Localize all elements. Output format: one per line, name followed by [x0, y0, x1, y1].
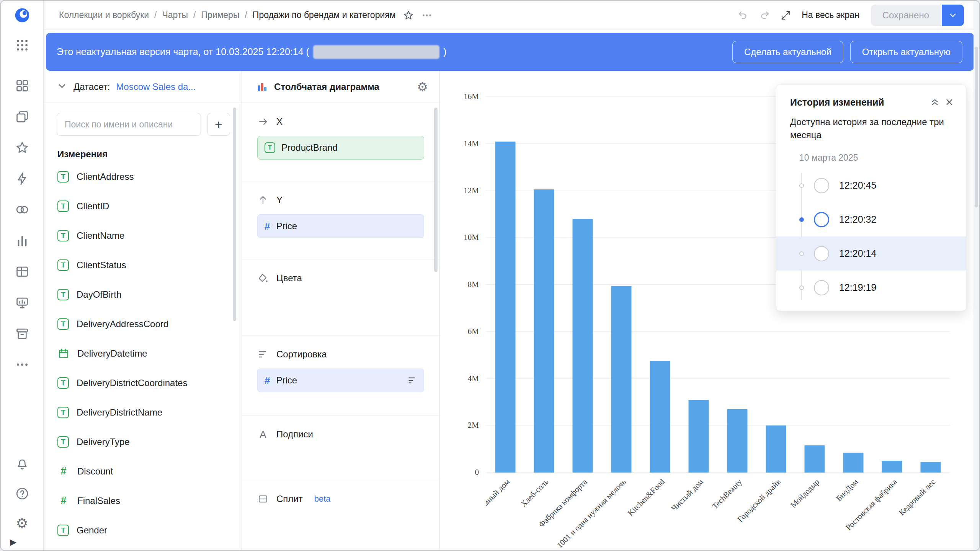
chart-settings-gear-icon[interactable]: ⚙ — [417, 81, 428, 93]
version-time: 12:20:14 — [839, 248, 876, 259]
bar[interactable] — [650, 361, 670, 473]
archive-box-icon[interactable] — [14, 325, 31, 342]
field-item[interactable]: TGender — [44, 515, 242, 545]
gear-icon[interactable]: ⚙ — [14, 515, 31, 532]
x-section-header: X — [257, 111, 424, 132]
layers-icon[interactable] — [14, 108, 31, 125]
field-item[interactable]: TDeliveryDistrictCoordinates — [44, 368, 242, 398]
dataset-label: Датасет: — [74, 82, 110, 92]
rings-icon[interactable] — [14, 201, 31, 218]
bar[interactable] — [534, 189, 554, 473]
fullscreen-icon[interactable] — [780, 10, 792, 21]
history-entry[interactable]: 12:20:32 — [776, 202, 966, 236]
colors-section-label: Цвета — [276, 273, 302, 284]
bar-cell — [563, 97, 602, 473]
bolt-icon[interactable] — [14, 170, 31, 187]
field-item[interactable]: TDeliveryAddressCoord — [44, 309, 242, 339]
history-entries: 12:20:4512:20:3212:20:1412:19:19 — [776, 168, 966, 305]
x-field-chip[interactable]: T ProductBrand — [257, 136, 424, 160]
collapse-up-icon[interactable] — [928, 95, 942, 109]
number-type-icon: # — [265, 375, 270, 386]
history-entry[interactable]: 12:20:45 — [776, 168, 966, 202]
version-radio[interactable] — [814, 280, 829, 295]
field-item[interactable]: #FinalSales — [44, 486, 242, 515]
field-item[interactable]: TClientID — [44, 191, 242, 221]
bar[interactable] — [882, 461, 902, 473]
bar[interactable] — [921, 462, 941, 473]
version-radio[interactable] — [814, 178, 829, 193]
text-type-icon: T — [57, 318, 69, 330]
bar[interactable] — [766, 425, 786, 473]
bar[interactable] — [572, 219, 593, 473]
open-actual-button[interactable]: Открыть актуальную — [850, 41, 962, 63]
bar[interactable] — [688, 400, 709, 473]
bar[interactable] — [495, 142, 515, 473]
save-dropdown-button[interactable] — [942, 5, 964, 26]
four-squares-icon[interactable] — [14, 77, 31, 94]
datalens-logo-icon[interactable] — [14, 7, 31, 24]
add-field-button[interactable]: + — [207, 113, 230, 136]
bar-cell — [524, 97, 563, 473]
dataset-name-link[interactable]: Moscow Sales da... — [116, 82, 196, 92]
bell-icon[interactable] — [14, 455, 31, 472]
table-icon[interactable] — [14, 263, 31, 280]
y-field-chip[interactable]: # Price — [257, 214, 424, 238]
field-item[interactable]: #Discount — [44, 456, 242, 486]
favorite-star-icon[interactable] — [403, 10, 414, 21]
chevron-down-icon[interactable] — [57, 81, 67, 93]
field-item[interactable]: TDeliveryType — [44, 427, 242, 456]
bar-chart-icon[interactable] — [14, 232, 31, 249]
breadcrumb-examples[interactable]: Примеры — [201, 10, 239, 20]
collapse-play-icon[interactable]: ▶ — [10, 537, 16, 547]
sort-field-chip[interactable]: # Price — [257, 368, 424, 392]
arrow-up-icon — [257, 195, 269, 205]
config-scrollbar[interactable] — [434, 108, 438, 272]
bar[interactable] — [843, 453, 864, 473]
rail-bottom: ⚙ — [14, 455, 31, 532]
history-subtitle: Доступна история за последние три месяца — [790, 116, 952, 141]
section-x: X T ProductBrand — [242, 103, 439, 181]
ellipsis-icon[interactable] — [14, 356, 31, 373]
bar[interactable] — [611, 286, 631, 473]
field-item[interactable]: DeliveryDatetime — [44, 339, 242, 368]
field-name: DeliveryDistrictName — [77, 407, 162, 418]
breadcrumb-separator: / — [193, 10, 196, 20]
dataset-header[interactable]: Датасет: Moscow Sales da... — [44, 71, 242, 103]
chart-type-header[interactable]: Столбчатая диаграмма ⚙ — [242, 71, 439, 103]
question-icon[interactable] — [14, 485, 31, 502]
version-radio[interactable] — [814, 246, 829, 261]
bar[interactable] — [805, 445, 825, 473]
undo-icon[interactable] — [737, 10, 749, 21]
field-name: FinalSales — [77, 496, 120, 506]
field-name: ClientStatus — [77, 260, 126, 271]
fullscreen-label[interactable]: На весь экран — [802, 10, 859, 20]
field-item[interactable]: TDeliveryDistrictName — [44, 398, 242, 427]
page-scrollbar-thumb[interactable] — [975, 47, 978, 207]
breadcrumb-collections[interactable]: Коллекции и воркбуки — [59, 10, 149, 20]
history-entry[interactable]: 12:19:19 — [776, 271, 966, 305]
sort-section-label: Сортировка — [276, 349, 327, 360]
field-item[interactable]: TClientName — [44, 221, 242, 250]
x-label-cell: Разумный дом — [486, 476, 524, 550]
version-radio[interactable] — [814, 212, 829, 227]
dataset-scrollbar[interactable] — [233, 108, 236, 321]
close-icon[interactable] — [942, 95, 957, 109]
saved-button[interactable]: Сохранено — [871, 5, 941, 26]
paint-bucket-icon — [257, 273, 269, 284]
nine-dots-menu-icon[interactable] — [14, 37, 31, 54]
field-item[interactable]: TClientStatus — [44, 250, 242, 280]
sort-order-icon[interactable] — [407, 375, 417, 385]
field-item[interactable]: TClientAddress — [44, 162, 242, 191]
history-header: История изменений — [776, 85, 966, 109]
history-title: История изменений — [790, 97, 928, 108]
field-search-input[interactable] — [57, 113, 201, 136]
more-options-icon[interactable] — [421, 10, 433, 21]
breadcrumb-charts[interactable]: Чарты — [162, 10, 188, 20]
redo-icon[interactable] — [759, 10, 770, 21]
make-actual-button[interactable]: Сделать актуальной — [732, 41, 843, 63]
bar[interactable] — [727, 409, 748, 473]
monitor-chart-icon[interactable] — [14, 294, 31, 311]
history-entry[interactable]: 12:20:14 — [776, 236, 966, 271]
field-item[interactable]: TDayOfBirth — [44, 280, 242, 309]
star-icon[interactable] — [14, 139, 31, 156]
